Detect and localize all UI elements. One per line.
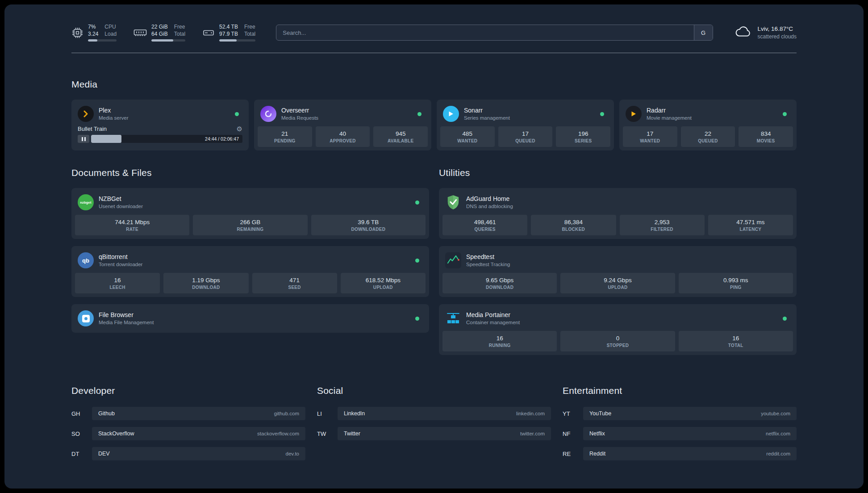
bookmarks-area: Developer GH Github github.com SO StackO… bbox=[71, 385, 797, 467]
stat-value: 834 bbox=[740, 130, 791, 137]
service-card-sonarr: Sonarr Series management 485 WANTED 17 Q… bbox=[437, 100, 614, 150]
service-subtitle: DNS and adblocking bbox=[466, 203, 790, 210]
bookmark-name: Reddit bbox=[589, 451, 605, 457]
playback-progress-fill bbox=[91, 135, 121, 143]
memory-usage-bar bbox=[151, 39, 185, 42]
bookmark-netflix[interactable]: NF Netflix netflix.com bbox=[563, 427, 797, 440]
stat-label: QUEUED bbox=[500, 138, 551, 143]
stat-value: 618.52 Mbps bbox=[342, 277, 424, 284]
status-dot bbox=[415, 201, 419, 205]
bookmark-twitter[interactable]: TW Twitter twitter.com bbox=[317, 427, 551, 440]
stat-label: WANTED bbox=[442, 138, 493, 143]
stat-value: 9.65 Gbps bbox=[444, 277, 555, 284]
memory-icon bbox=[134, 27, 147, 38]
stat-label: DOWNLOAD bbox=[165, 285, 246, 290]
service-link-sonarr[interactable]: Sonarr Series management bbox=[440, 103, 610, 125]
stat-block: 1.19 Gbps DOWNLOAD bbox=[163, 273, 248, 293]
bookmark-abbr: NF bbox=[563, 430, 583, 437]
service-card-nzbget: nzbget NZBGet Usenet downloader 744.21 M… bbox=[71, 188, 429, 239]
filebrowser-icon bbox=[78, 310, 94, 326]
stat-label: DOWNLOADED bbox=[313, 227, 424, 232]
memory-total-label: Total bbox=[174, 31, 185, 38]
plex-media-player: Bullet Train ⚙ 24:44 / 02:06:47 bbox=[75, 125, 245, 145]
stat-label: REMAINING bbox=[195, 227, 305, 232]
service-stats: 16 RUNNING 0 STOPPED 16 TOTAL bbox=[442, 331, 793, 351]
stat-label: QUEUED bbox=[683, 138, 734, 143]
service-link-speedtest[interactable]: Speedtest Speedtest Tracking bbox=[442, 250, 793, 272]
radarr-icon bbox=[626, 106, 642, 122]
service-link-qbittorrent[interactable]: qb qBittorrent Torrent downloader bbox=[75, 250, 426, 272]
stat-block: 744.21 Mbps RATE bbox=[75, 215, 189, 235]
stat-value: 22 bbox=[683, 130, 734, 137]
bookmark-youtube[interactable]: YT YouTube youtube.com bbox=[563, 407, 797, 420]
disk-icon bbox=[202, 27, 215, 38]
stat-block: 17 QUEUED bbox=[498, 126, 553, 147]
service-stats: 21 PENDING 40 APPROVED 945 AVAILABLE bbox=[258, 126, 428, 147]
bookmark-group-entertainment: Entertainment YT YouTube youtube.com NF … bbox=[563, 385, 797, 467]
speedtest-icon bbox=[445, 252, 461, 268]
gear-icon[interactable]: ⚙ bbox=[237, 125, 242, 132]
stat-label: PENDING bbox=[259, 138, 310, 143]
weather-widget: Lviv, 16.87°C scattered clouds bbox=[734, 25, 797, 40]
stat-block: 196 SERIES bbox=[556, 126, 610, 147]
stat-block: 0 STOPPED bbox=[560, 331, 675, 351]
stat-value: 196 bbox=[558, 130, 609, 137]
service-name: Plex bbox=[99, 106, 230, 114]
stat-label: PING bbox=[680, 285, 791, 290]
stat-block: 86,384 BLOCKED bbox=[531, 215, 616, 235]
search-provider-button[interactable]: G bbox=[694, 25, 713, 40]
service-link-plex[interactable]: Plex Media server bbox=[75, 103, 245, 125]
stat-block: 9.65 Gbps DOWNLOAD bbox=[442, 273, 557, 293]
topbar-divider bbox=[71, 53, 797, 53]
service-link-adguard[interactable]: AdGuard Home DNS and adblocking bbox=[442, 192, 793, 214]
stat-block: 17 WANTED bbox=[623, 126, 677, 147]
service-subtitle: Container management bbox=[466, 319, 778, 326]
service-link-nzbget[interactable]: nzbget NZBGet Usenet downloader bbox=[75, 192, 426, 214]
pause-button[interactable] bbox=[78, 135, 89, 143]
service-name: NZBGet bbox=[99, 195, 410, 203]
stat-block: 16 TOTAL bbox=[679, 331, 793, 351]
service-link-overseerr[interactable]: Overseerr Media Requests bbox=[258, 103, 428, 125]
service-stats: 9.65 Gbps DOWNLOAD 9.24 Gbps UPLOAD 0.99… bbox=[442, 273, 793, 293]
playback-progress-bar: 24:44 / 02:06:47 bbox=[91, 135, 242, 143]
bookmark-stackoverflow[interactable]: SO StackOverflow stackoverflow.com bbox=[71, 427, 305, 440]
stat-value: 16 bbox=[444, 335, 555, 342]
stat-block: 498,461 QUERIES bbox=[442, 215, 527, 235]
bookmark-abbr: YT bbox=[563, 410, 583, 417]
stat-label: APPROVED bbox=[317, 138, 368, 143]
service-name: Overseerr bbox=[281, 106, 413, 114]
service-subtitle: Series management bbox=[464, 115, 595, 121]
cpu-usage-bar-fill bbox=[88, 39, 97, 42]
service-card-filebrowser: File Browser Media File Management bbox=[71, 304, 429, 333]
bookmark-reddit[interactable]: RE Reddit reddit.com bbox=[563, 447, 797, 460]
stat-block: 47.571 ms LATENCY bbox=[708, 215, 793, 235]
stat-label: LEECH bbox=[77, 285, 158, 290]
stat-value: 266 GB bbox=[195, 219, 305, 226]
bookmark-url: linkedin.com bbox=[516, 411, 545, 416]
service-link-radarr[interactable]: Radarr Movie management bbox=[623, 103, 793, 125]
status-dot bbox=[783, 112, 787, 116]
service-subtitle: Media Requests bbox=[281, 115, 413, 121]
section-title-utilities: Utilities bbox=[439, 167, 797, 178]
stat-block: 0.993 ms PING bbox=[679, 273, 793, 293]
search-input[interactable] bbox=[276, 25, 693, 40]
disk-widget: 52.4 TB 97.9 TB Free Total bbox=[202, 24, 255, 41]
service-card-adguard: AdGuard Home DNS and adblocking 498,461 … bbox=[439, 188, 797, 239]
service-card-overseerr: Overseerr Media Requests 21 PENDING 40 A… bbox=[254, 100, 431, 150]
service-link-filebrowser[interactable]: File Browser Media File Management bbox=[75, 308, 426, 329]
bookmark-dev[interactable]: DT DEV dev.to bbox=[71, 447, 305, 460]
disk-free-value: 52.4 TB bbox=[219, 24, 238, 31]
stat-value: 21 bbox=[259, 130, 310, 137]
memory-free-label: Free bbox=[174, 24, 185, 31]
status-dot bbox=[415, 317, 419, 321]
bookmark-github[interactable]: GH Github github.com bbox=[71, 407, 305, 420]
stat-block: 40 APPROVED bbox=[316, 126, 370, 147]
qbittorrent-icon: qb bbox=[78, 252, 94, 268]
cpu-usage-bar bbox=[88, 39, 117, 42]
bookmark-abbr: DT bbox=[71, 451, 92, 457]
service-link-portainer[interactable]: Media Portainer Container management bbox=[442, 308, 793, 330]
bookmark-linkedin[interactable]: LI LinkedIn linkedin.com bbox=[317, 407, 551, 420]
bookmark-name: YouTube bbox=[589, 410, 611, 417]
stat-value: 47.571 ms bbox=[710, 219, 791, 226]
search-bar[interactable]: G bbox=[276, 25, 713, 41]
